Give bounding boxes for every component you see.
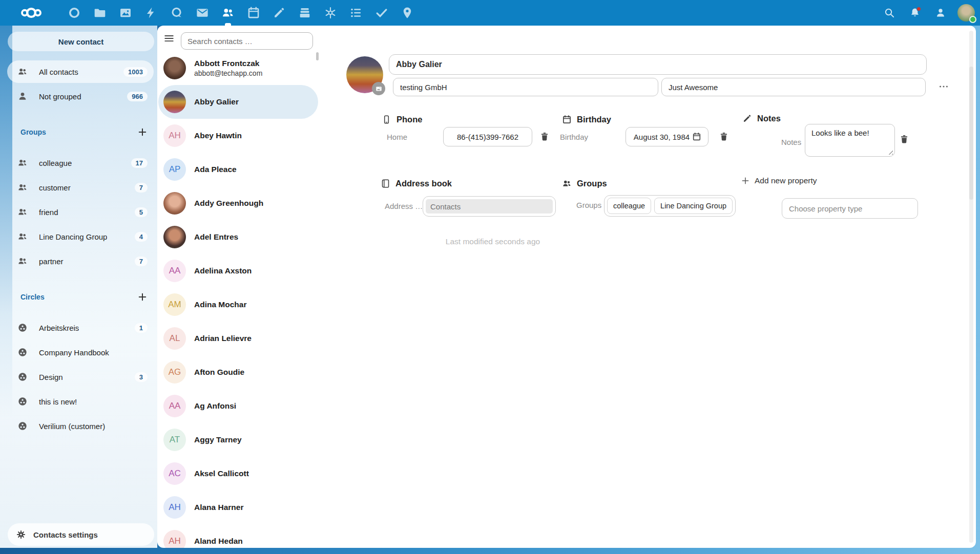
birthday-type-label[interactable]: Birthday xyxy=(560,127,588,147)
app-dashboard[interactable] xyxy=(61,0,87,26)
app-window: New contact All contacts1003Not grouped9… xyxy=(0,0,980,554)
sidebar-item-friend[interactable]: friend5 xyxy=(7,201,154,223)
app-activity[interactable] xyxy=(138,0,164,26)
contact-row[interactable]: AAAdelina Axston xyxy=(158,254,318,288)
contact-row-text: Adina Mochar xyxy=(194,300,246,309)
detail-scrollbar[interactable] xyxy=(969,31,973,543)
contact-avatar: AT xyxy=(163,429,186,451)
count-badge: 1003 xyxy=(123,67,148,77)
group-chip[interactable]: Line Dancing Group xyxy=(654,198,733,214)
contact-row[interactable]: AHAbey Hawtin xyxy=(158,119,318,153)
app-contacts[interactable] xyxy=(215,0,241,26)
sidebar-item-customer[interactable]: customer7 xyxy=(7,176,154,199)
sidebar-item-arbeitskreis[interactable]: Arbeitskreis1 xyxy=(7,316,154,339)
people-icon xyxy=(17,182,28,193)
add-new-property-button[interactable]: Add new property xyxy=(740,176,817,186)
contact-row[interactable]: Adel Entres xyxy=(158,220,318,254)
unified-search-button[interactable] xyxy=(879,0,900,26)
date-picker-icon[interactable] xyxy=(692,132,701,141)
nextcloud-logo-icon[interactable] xyxy=(12,4,50,22)
phone-type-label[interactable]: Home xyxy=(387,127,407,147)
contact-row[interactable]: AMAdina Mochar xyxy=(158,288,318,322)
delete-notes-icon[interactable] xyxy=(899,134,909,144)
app-calendar[interactable] xyxy=(241,0,266,26)
app-mail[interactable] xyxy=(190,0,215,26)
dashboard-icon xyxy=(68,6,81,19)
contact-avatar xyxy=(163,91,186,113)
contact-avatar: AH xyxy=(163,530,186,548)
contact-row-text: Aggy Tarney xyxy=(194,435,242,444)
sidebar-item-design[interactable]: Design3 xyxy=(7,366,154,388)
app-collectives[interactable] xyxy=(318,0,343,26)
search-contacts-input[interactable] xyxy=(181,32,313,50)
group-chip[interactable]: colleague xyxy=(607,198,651,214)
mail-icon xyxy=(196,6,209,19)
app-talk[interactable] xyxy=(164,0,190,26)
app-deck[interactable] xyxy=(292,0,318,26)
contacts-settings-button[interactable]: Contacts settings xyxy=(8,523,154,546)
app-files[interactable] xyxy=(87,0,113,26)
gear-icon xyxy=(16,529,26,540)
contact-avatar: AG xyxy=(163,361,186,383)
contact-row[interactable]: ALAdrian Lelievre xyxy=(158,322,318,355)
contact-row[interactable]: ATAggy Tarney xyxy=(158,423,318,457)
contact-row[interactable]: AGAfton Goudie xyxy=(158,355,318,389)
contact-name: Abbott Frontczak xyxy=(194,59,262,68)
count-badge: 3 xyxy=(135,372,148,382)
contact-row[interactable]: ACAksel Callicott xyxy=(158,457,318,491)
deck-icon xyxy=(298,6,311,19)
contact-name: Adrian Lelievre xyxy=(194,334,252,343)
add-group-icon[interactable] xyxy=(137,126,148,138)
sidebar-item-company-handbook[interactable]: Company Handbook xyxy=(7,341,154,364)
sidebar-item-label: All contacts xyxy=(39,68,78,76)
contact-actions-menu-button[interactable] xyxy=(935,78,952,95)
contact-job-title-input[interactable] xyxy=(661,78,926,96)
sidebar-item-this-is-new-[interactable]: this is new! xyxy=(7,390,154,413)
notifications-button[interactable] xyxy=(904,0,926,26)
sidebar-item-all-contacts[interactable]: All contacts1003 xyxy=(7,60,154,83)
contact-row[interactable]: Abbott Frontczakabbott@techapp.com xyxy=(158,51,318,85)
files-icon xyxy=(93,6,107,19)
app-lists[interactable] xyxy=(343,0,369,26)
choose-property-type-select[interactable]: Choose property type xyxy=(782,198,918,219)
delete-phone-icon[interactable] xyxy=(539,132,550,142)
contact-row[interactable]: Addy Greenhough xyxy=(158,186,318,220)
sidebar-item-not-grouped[interactable]: Not grouped966 xyxy=(7,85,154,108)
delete-birthday-icon[interactable] xyxy=(719,132,729,142)
contact-company-input[interactable] xyxy=(393,78,658,96)
app-photos[interactable] xyxy=(113,0,138,26)
addressbook-select[interactable]: Contacts xyxy=(423,196,556,217)
circle-icon xyxy=(17,372,28,382)
sidebar-item-label: friend xyxy=(39,208,58,217)
sidebar-item-line-dancing-group[interactable]: Line Dancing Group4 xyxy=(7,225,154,248)
contact-name: Alana Harner xyxy=(194,503,243,512)
sidebar-item-verilium-customer-[interactable]: Verilium (customer) xyxy=(7,415,154,437)
topbar-right xyxy=(879,0,975,26)
sidebar-item-partner[interactable]: partner7 xyxy=(7,250,154,272)
edit-avatar-button[interactable] xyxy=(372,82,385,95)
contacts-menu-button[interactable] xyxy=(930,0,951,26)
groups-multiselect[interactable]: colleagueLine Dancing Group xyxy=(604,195,736,217)
add-circle-icon[interactable] xyxy=(137,291,148,303)
phone-value-input[interactable] xyxy=(443,127,532,146)
app-notes[interactable] xyxy=(266,0,292,26)
contact-name: Ag Anfonsi xyxy=(194,401,236,411)
new-contact-button[interactable]: New contact xyxy=(8,32,154,51)
contact-name: Aksel Callicott xyxy=(194,469,249,478)
contacts-settings-label: Contacts settings xyxy=(33,530,98,539)
hamburger-menu-icon[interactable] xyxy=(163,33,175,44)
contact-row[interactable]: APAda Pleace xyxy=(158,153,318,186)
contact-row[interactable]: AHAlana Harner xyxy=(158,491,318,524)
contact-name-input[interactable] xyxy=(389,54,927,75)
app-tasks[interactable] xyxy=(369,0,394,26)
notes-textarea[interactable]: Looks like a bee! xyxy=(805,124,895,157)
sidebar-groups: colleague17customer7friend5Line Dancing … xyxy=(0,152,157,274)
contact-row[interactable]: AAAg Anfonsi xyxy=(158,389,318,423)
mobile-icon xyxy=(382,115,391,124)
user-avatar[interactable] xyxy=(957,4,975,22)
contact-row[interactable]: Abby Galier xyxy=(158,85,318,119)
app-maps[interactable] xyxy=(394,0,420,26)
contact-email: abbott@techapp.com xyxy=(194,69,262,77)
contact-row[interactable]: AHAland Hedan xyxy=(158,524,318,548)
sidebar-item-colleague[interactable]: colleague17 xyxy=(7,152,154,174)
